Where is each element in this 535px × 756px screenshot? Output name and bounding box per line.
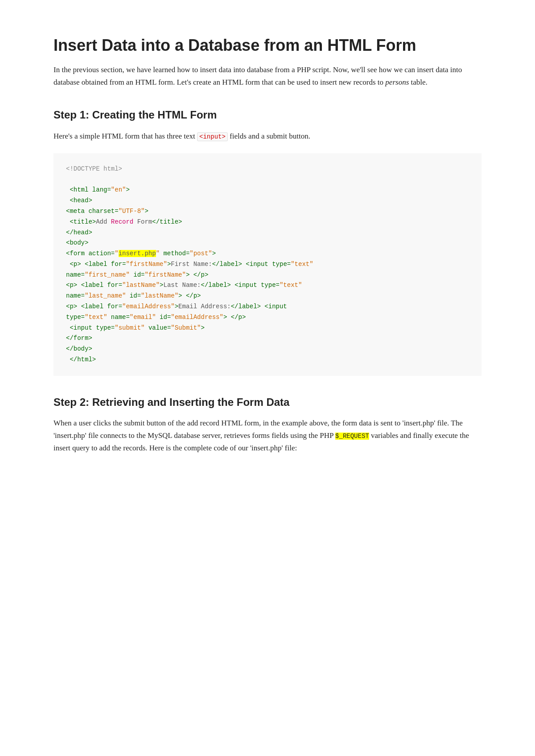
code-block-html: <!DOCTYPE html> <html lang="en"> <head> … bbox=[54, 153, 482, 376]
italic-word: persons bbox=[385, 78, 409, 86]
step1-heading: Step 1: Creating the HTML Form bbox=[54, 106, 482, 123]
request-highlight: $_REQUEST bbox=[335, 433, 369, 440]
intro-paragraph: In the previous section, we have learned… bbox=[54, 64, 482, 89]
input-inline-code: <input> bbox=[197, 132, 228, 141]
page-title: Insert Data into a Database from an HTML… bbox=[54, 36, 482, 55]
step2-description: When a user clicks the submit button of … bbox=[54, 417, 482, 454]
step2-heading: Step 2: Retrieving and Inserting the For… bbox=[54, 394, 482, 411]
step1-description: Here's a simple HTML form that has three… bbox=[54, 130, 482, 143]
